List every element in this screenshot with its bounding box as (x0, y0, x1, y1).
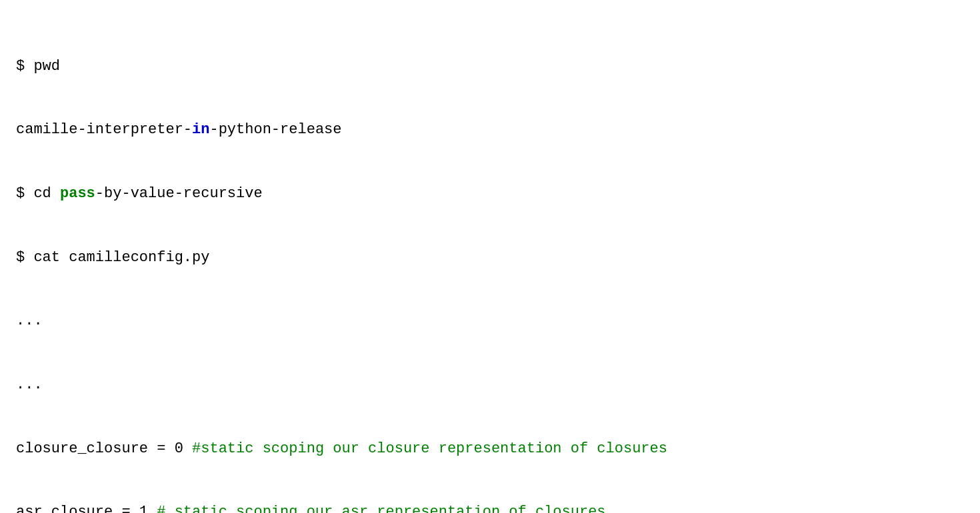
comment-segment: #static scoping our closure representati… (192, 440, 667, 457)
terminal-line-8: asr_closure = 1 # static scoping our asr… (16, 502, 964, 513)
terminal-output: $ pwd camille-interpreter-in-python-rele… (16, 13, 964, 513)
comment-segment: # static scoping our asr representation … (157, 504, 605, 513)
text-segment: closure_closure = 0 (16, 440, 192, 457)
keyword-in: in (192, 121, 209, 138)
terminal-line-4: $ cat camilleconfig.py (16, 247, 964, 268)
terminal-line-3: $ cd pass-by-value-recursive (16, 183, 964, 205)
terminal-line-2: camille-interpreter-in-python-release (16, 119, 964, 141)
text-segment: $ cd (16, 185, 60, 202)
text-segment: camille-interpreter- (16, 121, 192, 138)
terminal-line-6: ... (16, 374, 964, 396)
terminal-line-1: $ pwd (16, 56, 964, 77)
terminal-line-7: closure_closure = 0 #static scoping our … (16, 438, 964, 460)
text-segment: -python-release (209, 121, 341, 138)
text-segment: asr_closure = 1 (16, 504, 157, 513)
text-segment: -by-value-recursive (95, 185, 263, 202)
keyword-pass: pass (60, 185, 95, 202)
terminal-line-5: ... (16, 310, 964, 332)
